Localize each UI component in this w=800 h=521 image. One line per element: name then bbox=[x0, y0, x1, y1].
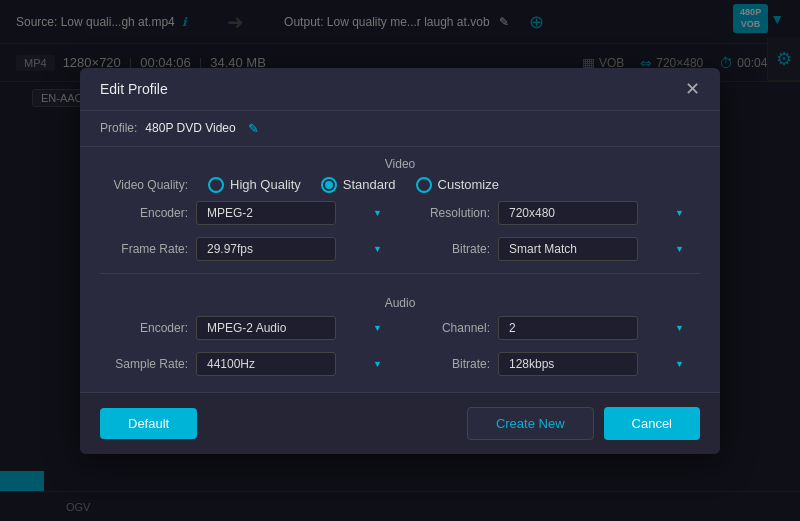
profile-edit-icon[interactable]: ✎ bbox=[248, 121, 259, 136]
sample-rate-select-wrapper: 44100Hz bbox=[196, 352, 390, 376]
radio-label-customize: Customize bbox=[438, 177, 499, 192]
create-new-button[interactable]: Create New bbox=[467, 407, 594, 440]
frame-rate-label: Frame Rate: bbox=[108, 242, 188, 256]
resolution-select[interactable]: 720x480 bbox=[498, 201, 638, 225]
encoder-select-wrapper: MPEG-2 bbox=[196, 201, 390, 225]
video-section-title: Video bbox=[100, 147, 700, 177]
resolution-row: Resolution: 720x480 bbox=[410, 201, 692, 225]
profile-row: Profile: 480P DVD Video ✎ bbox=[80, 111, 720, 147]
modal-header: Edit Profile ✕ bbox=[80, 68, 720, 111]
modal-footer: Default Create New Cancel bbox=[80, 392, 720, 454]
audio-bitrate-select-wrapper: 128kbps bbox=[498, 352, 692, 376]
radio-circle-high bbox=[208, 177, 224, 193]
radio-customize[interactable]: Customize bbox=[416, 177, 499, 193]
cancel-button[interactable]: Cancel bbox=[604, 407, 700, 440]
sample-rate-select[interactable]: 44100Hz bbox=[196, 352, 336, 376]
video-quality-label: Video Quality: bbox=[108, 178, 188, 192]
frame-rate-row: Frame Rate: 29.97fps bbox=[108, 237, 390, 261]
section-divider bbox=[100, 273, 700, 274]
radio-circle-standard bbox=[321, 177, 337, 193]
default-button[interactable]: Default bbox=[100, 408, 197, 439]
channel-select-wrapper: 2 bbox=[498, 316, 692, 340]
modal-body: Video Video Quality: High Quality Standa… bbox=[80, 147, 720, 392]
resolution-label: Resolution: bbox=[410, 206, 490, 220]
video-bitrate-row: Bitrate: Smart Match bbox=[410, 237, 692, 261]
footer-right-buttons: Create New Cancel bbox=[467, 407, 700, 440]
sample-rate-label: Sample Rate: bbox=[108, 357, 188, 371]
frame-rate-select[interactable]: 29.97fps bbox=[196, 237, 336, 261]
video-quality-group: Video Quality: High Quality Standard Cus… bbox=[100, 177, 700, 193]
sample-rate-row: Sample Rate: 44100Hz bbox=[108, 352, 390, 376]
audio-bitrate-row: Bitrate: 128kbps bbox=[410, 352, 692, 376]
profile-label: Profile: bbox=[100, 121, 137, 135]
encoder-select[interactable]: MPEG-2 bbox=[196, 201, 336, 225]
audio-encoder-label: Encoder: bbox=[108, 321, 188, 335]
audio-fields-grid: Encoder: MPEG-2 Audio Channel: 2 bbox=[100, 316, 700, 376]
encoder-row: Encoder: MPEG-2 bbox=[108, 201, 390, 225]
video-bitrate-select-wrapper: Smart Match bbox=[498, 237, 692, 261]
channel-row: Channel: 2 bbox=[410, 316, 692, 340]
channel-select[interactable]: 2 bbox=[498, 316, 638, 340]
app-background: Source: Low quali...gh at.mp4 ℹ ➜ Output… bbox=[0, 0, 800, 521]
modal-title: Edit Profile bbox=[100, 81, 168, 97]
radio-circle-customize bbox=[416, 177, 432, 193]
radio-high-quality[interactable]: High Quality bbox=[208, 177, 301, 193]
profile-value: 480P DVD Video bbox=[145, 121, 235, 135]
resolution-select-wrapper: 720x480 bbox=[498, 201, 692, 225]
modal-overlay: Edit Profile ✕ Profile: 480P DVD Video ✎… bbox=[0, 0, 800, 521]
radio-label-high: High Quality bbox=[230, 177, 301, 192]
audio-bitrate-select[interactable]: 128kbps bbox=[498, 352, 638, 376]
video-bitrate-select[interactable]: Smart Match bbox=[498, 237, 638, 261]
audio-bitrate-label: Bitrate: bbox=[410, 357, 490, 371]
audio-encoder-row: Encoder: MPEG-2 Audio bbox=[108, 316, 390, 340]
close-button[interactable]: ✕ bbox=[685, 80, 700, 98]
video-bitrate-label: Bitrate: bbox=[410, 242, 490, 256]
audio-section-title: Audio bbox=[100, 286, 700, 316]
encoder-label: Encoder: bbox=[108, 206, 188, 220]
channel-label: Channel: bbox=[410, 321, 490, 335]
video-fields-grid: Encoder: MPEG-2 Resolution: 720x480 bbox=[100, 201, 700, 261]
edit-profile-dialog: Edit Profile ✕ Profile: 480P DVD Video ✎… bbox=[80, 68, 720, 454]
frame-rate-select-wrapper: 29.97fps bbox=[196, 237, 390, 261]
audio-encoder-select-wrapper: MPEG-2 Audio bbox=[196, 316, 390, 340]
audio-encoder-select[interactable]: MPEG-2 Audio bbox=[196, 316, 336, 340]
radio-standard[interactable]: Standard bbox=[321, 177, 396, 193]
radio-label-standard: Standard bbox=[343, 177, 396, 192]
